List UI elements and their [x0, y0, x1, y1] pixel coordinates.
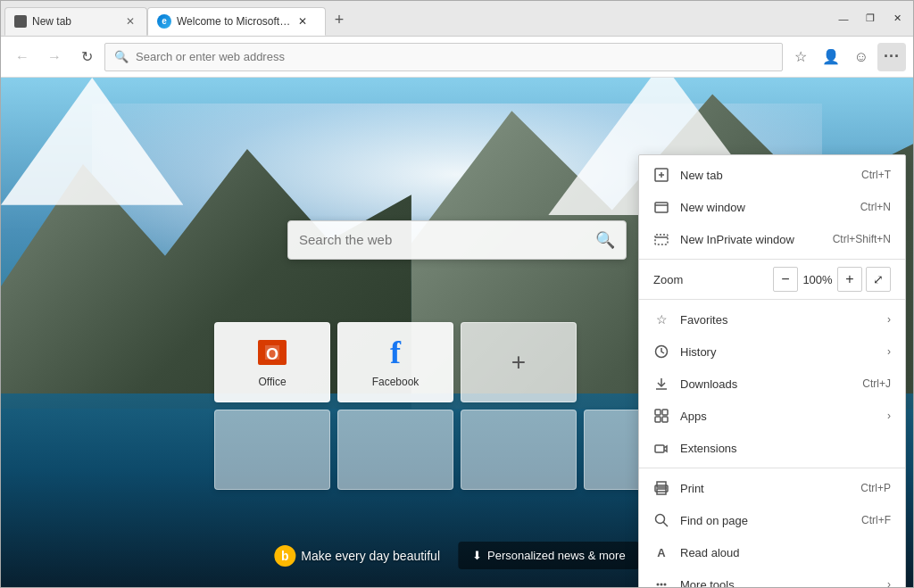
favorites-menu-label: Favorites: [680, 313, 877, 327]
zoom-plus-button[interactable]: +: [837, 267, 862, 292]
minimize-button[interactable]: —: [831, 9, 856, 29]
tab-edge-canary[interactable]: e Welcome to Microsoft Edge Can... ✕: [147, 7, 326, 36]
menu-item-favorites[interactable]: ☆ Favorites ›: [639, 303, 905, 335]
svg-rect-18: [657, 482, 666, 487]
close-button[interactable]: ✕: [885, 9, 910, 29]
speed-dial-add[interactable]: +: [461, 322, 577, 402]
menu-item-more-tools[interactable]: More tools ›: [639, 568, 905, 587]
favorites-button[interactable]: ☆: [786, 43, 815, 71]
read-menu-icon: A: [653, 544, 669, 560]
feedback-button[interactable]: ☺: [847, 43, 876, 71]
apps-menu-label: Apps: [680, 410, 877, 423]
zoom-controls: − 100% + ⤢: [773, 267, 891, 292]
history-menu-icon: [653, 344, 669, 360]
tab-label: New tab: [32, 15, 71, 28]
menu-divider-3: [639, 468, 905, 468]
facebook-icon: f: [379, 336, 411, 369]
zoom-minus-button[interactable]: −: [773, 267, 798, 292]
bing-icon: b: [274, 545, 295, 567]
favorites-arrow-icon: ›: [887, 313, 891, 326]
add-icon: +: [511, 348, 526, 377]
menu-item-read-aloud[interactable]: A Read aloud: [639, 536, 905, 568]
svg-point-26: [664, 584, 667, 586]
zoom-expand-button[interactable]: ⤢: [866, 267, 891, 292]
speed-dial-facebook[interactable]: f Facebook: [337, 322, 453, 402]
inprivate-menu-label: New InPrivate window: [680, 233, 822, 246]
zoom-row: Zoom − 100% + ⤢: [639, 263, 905, 295]
back-button[interactable]: ←: [8, 43, 37, 71]
menu-button[interactable]: ···: [877, 43, 906, 71]
svg-text:O: O: [266, 345, 278, 363]
forward-button[interactable]: →: [40, 43, 69, 71]
profile-button[interactable]: 👤: [817, 43, 845, 71]
new-tab-menu-label: New tab: [680, 169, 851, 182]
svg-point-25: [661, 584, 663, 586]
search-box[interactable]: 🔍: [287, 220, 627, 260]
svg-rect-16: [662, 417, 668, 422]
read-menu-label: Read aloud: [680, 546, 891, 559]
svg-line-23: [663, 522, 668, 526]
tab-favicon: [14, 15, 27, 28]
svg-rect-8: [655, 235, 668, 244]
menu-item-apps[interactable]: Apps ›: [639, 400, 905, 432]
new-window-menu-icon: [653, 199, 669, 215]
speed-dial-empty-1[interactable]: [214, 410, 330, 490]
news-button-label: Personalized news & more: [487, 549, 626, 562]
menu-item-print[interactable]: Print Ctrl+P: [639, 472, 905, 504]
news-arrow-icon: ⬇: [472, 549, 482, 562]
restore-button[interactable]: ❐: [858, 9, 883, 29]
content-area: 🔍 O Office: [1, 78, 913, 587]
inprivate-menu-icon: [653, 231, 669, 247]
inprivate-shortcut: Ctrl+Shift+N: [833, 233, 891, 245]
more-tools-menu-icon: [653, 576, 669, 587]
window-controls: — ❐ ✕: [831, 9, 910, 29]
menu-divider-2: [639, 299, 905, 300]
search-icon[interactable]: 🔍: [595, 230, 615, 250]
menu-item-downloads[interactable]: Downloads Ctrl+J: [639, 368, 905, 400]
more-tools-arrow-icon: ›: [887, 578, 891, 587]
menu-item-inprivate[interactable]: New InPrivate window Ctrl+Shift+N: [639, 223, 905, 255]
tab-new-tab[interactable]: New tab ✕: [4, 7, 147, 36]
speed-dial-office[interactable]: O Office: [214, 322, 330, 402]
new-window-menu-label: New window: [680, 201, 850, 214]
menu-item-history[interactable]: History ›: [639, 335, 905, 368]
facebook-dial-label: Facebook: [372, 376, 420, 388]
menu-item-extensions[interactable]: Extensions: [639, 432, 905, 464]
print-menu-icon: [653, 480, 669, 496]
new-window-shortcut: Ctrl+N: [860, 201, 891, 213]
speed-dial-empty-2[interactable]: [337, 410, 453, 490]
history-menu-label: History: [680, 345, 877, 359]
nav-bar: ← → ↻ 🔍 ☆ 👤 ☺ ···: [1, 37, 913, 78]
address-input[interactable]: [136, 50, 773, 63]
new-tab-button[interactable]: +: [326, 7, 353, 34]
speed-dial: O Office f Facebook +: [214, 322, 700, 490]
menu-item-new-tab[interactable]: New tab Ctrl+T: [639, 159, 905, 191]
menu-item-new-window[interactable]: New window Ctrl+N: [639, 191, 905, 223]
speed-dial-row-1: O Office f Facebook +: [214, 322, 700, 402]
edge-tab-label: Welcome to Microsoft Edge Can...: [177, 15, 293, 28]
tab-close-button[interactable]: ✕: [123, 14, 137, 29]
menu-item-find[interactable]: Find on page Ctrl+F: [639, 504, 905, 536]
extensions-menu-icon: [653, 440, 669, 456]
search-container: 🔍: [287, 220, 627, 260]
search-input[interactable]: [299, 232, 588, 247]
refresh-button[interactable]: ↻: [72, 43, 101, 71]
edge-tab-close-button[interactable]: ✕: [298, 15, 307, 28]
find-menu-label: Find on page: [680, 514, 851, 527]
title-bar: New tab ✕ e Welcome to Microsoft Edge Ca…: [1, 1, 913, 37]
speed-dial-empty-3[interactable]: [461, 410, 577, 490]
svg-point-21: [665, 487, 667, 489]
svg-rect-13: [655, 410, 661, 415]
bing-logo: b Make every day beautiful: [274, 545, 440, 567]
print-shortcut: Ctrl+P: [860, 482, 891, 494]
svg-rect-15: [655, 417, 661, 422]
new-tab-shortcut: Ctrl+T: [861, 169, 891, 181]
news-button[interactable]: ⬇ Personalized news & more: [458, 542, 640, 569]
zoom-value: 100%: [802, 273, 834, 286]
svg-rect-6: [655, 203, 668, 212]
nav-actions: ☆ 👤 ☺ ···: [786, 43, 906, 71]
svg-rect-14: [662, 410, 668, 415]
address-bar[interactable]: 🔍: [104, 43, 783, 71]
dropdown-menu: New tab Ctrl+T New window Ctrl+N New InP…: [638, 154, 906, 587]
find-shortcut: Ctrl+F: [861, 514, 891, 526]
